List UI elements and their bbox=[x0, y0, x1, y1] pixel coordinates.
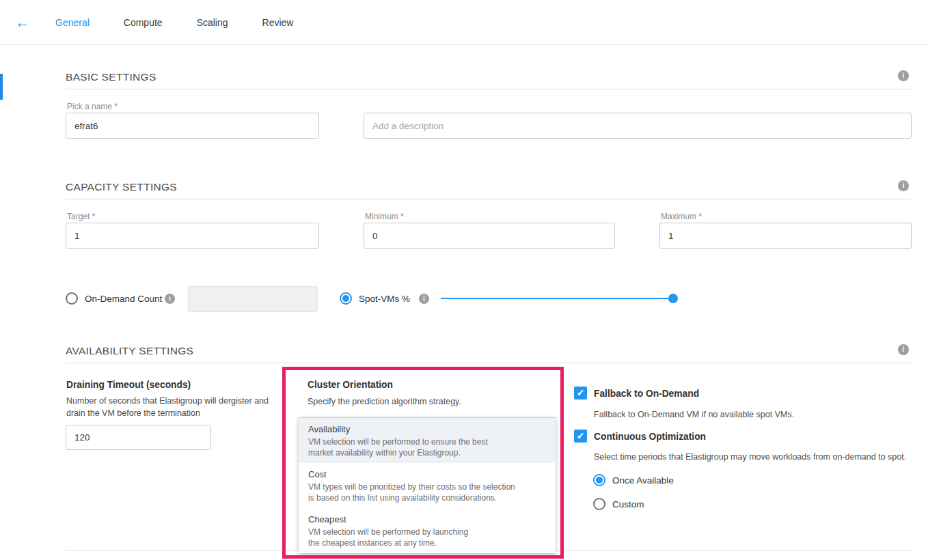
slider-track bbox=[441, 298, 673, 299]
back-arrow-icon: ← bbox=[15, 14, 30, 31]
availability-settings-divider bbox=[66, 363, 912, 363]
draining-timeout-label: Draining Timeout (seconds) bbox=[66, 380, 191, 390]
name-input[interactable] bbox=[66, 113, 319, 139]
once-available-label: Once Available bbox=[612, 475, 674, 486]
basic-settings-title: BASIC SETTINGS bbox=[66, 71, 156, 83]
tab-general[interactable]: General bbox=[55, 17, 90, 28]
capacity-settings-title: CAPACITY SETTINGS bbox=[66, 181, 177, 193]
basic-settings-divider bbox=[66, 89, 912, 89]
scroll-position-indicator bbox=[0, 74, 3, 100]
custom-label: Custom bbox=[612, 499, 644, 509]
maximum-input[interactable] bbox=[659, 223, 912, 249]
fallback-on-demand-description: Fallback to On-Demand VM if no available… bbox=[594, 408, 794, 421]
tab-scaling[interactable]: Scaling bbox=[197, 17, 228, 28]
back-button[interactable]: ← bbox=[11, 11, 34, 34]
basic-settings-info-icon[interactable]: i bbox=[898, 70, 909, 81]
option-name: Cheapest bbox=[308, 514, 546, 525]
tab-review[interactable]: Review bbox=[262, 17, 294, 28]
availability-settings-info-icon[interactable]: i bbox=[898, 344, 909, 355]
check-icon: ✓ bbox=[574, 387, 587, 400]
check-icon: ✓ bbox=[574, 430, 587, 443]
option-name: Cost bbox=[308, 468, 546, 480]
wizard-step-tabs: General Compute Scaling Review bbox=[55, 0, 293, 45]
minimum-field-label: Minimum * bbox=[365, 212, 404, 221]
fallback-on-demand-label: Fallback to On-Demand bbox=[594, 389, 699, 399]
dropdown-option-availability[interactable]: Availability VM selection will be perfor… bbox=[299, 418, 556, 463]
dropdown-option-cheapest[interactable]: Cheapest VM selection will be performed … bbox=[299, 508, 556, 553]
once-available-radio[interactable] bbox=[593, 474, 605, 486]
capacity-settings-info-icon[interactable]: i bbox=[898, 180, 909, 191]
on-demand-count-input bbox=[188, 286, 318, 312]
tab-compute[interactable]: Compute bbox=[124, 17, 163, 28]
option-description: VM selection will be performed by launch… bbox=[308, 527, 546, 548]
option-description: VM types will be prioritized by their co… bbox=[308, 481, 546, 503]
target-field-label: Target * bbox=[67, 212, 95, 221]
dropdown-option-cost[interactable]: Cost VM types will be prioritized by the… bbox=[299, 463, 556, 508]
spot-vms-radio[interactable] bbox=[340, 292, 352, 305]
draining-timeout-input[interactable] bbox=[66, 425, 211, 450]
wizard-topbar: ← General Compute Scaling Review bbox=[0, 0, 928, 45]
maximum-field-label: Maximum * bbox=[661, 212, 702, 221]
description-input[interactable] bbox=[364, 113, 912, 139]
elastigroup-wizard-general-step: ← General Compute Scaling Review BASIC S… bbox=[0, 0, 928, 560]
custom-radio[interactable] bbox=[593, 498, 605, 510]
cluster-orientation-dropdown: Availability VM selection will be perfor… bbox=[299, 417, 556, 553]
cluster-orientation-description: Specify the prediction algorithm strateg… bbox=[308, 395, 554, 408]
availability-settings-title: AVAILABILITY SETTINGS bbox=[66, 345, 193, 357]
on-demand-info-icon[interactable]: i bbox=[165, 294, 175, 304]
spot-vms-label: Spot-VMs % bbox=[359, 294, 410, 304]
draining-timeout-description: Number of seconds that Elastigroup will … bbox=[66, 395, 299, 419]
spot-vms-info-icon[interactable]: i bbox=[419, 294, 429, 304]
on-demand-count-label: On-Demand Count bbox=[85, 294, 162, 304]
cluster-orientation-label: Cluster Orientation bbox=[308, 380, 393, 390]
spot-percentage-slider[interactable] bbox=[441, 294, 673, 303]
fallback-on-demand-checkbox[interactable]: ✓ bbox=[574, 387, 587, 400]
option-name: Availability bbox=[308, 423, 546, 435]
on-demand-count-radio[interactable] bbox=[66, 292, 78, 305]
continuous-optimization-description: Select time periods that Elastigroup may… bbox=[594, 451, 906, 463]
target-input[interactable] bbox=[66, 223, 319, 249]
name-field-label: Pick a name * bbox=[67, 102, 118, 111]
capacity-settings-divider bbox=[66, 199, 912, 199]
continuous-optimization-label: Continuous Optimization bbox=[594, 432, 706, 442]
option-description: VM selection will be performed to ensure… bbox=[308, 436, 546, 458]
continuous-optimization-checkbox[interactable]: ✓ bbox=[574, 430, 587, 443]
slider-handle[interactable] bbox=[668, 294, 678, 303]
minimum-input[interactable] bbox=[364, 223, 615, 249]
